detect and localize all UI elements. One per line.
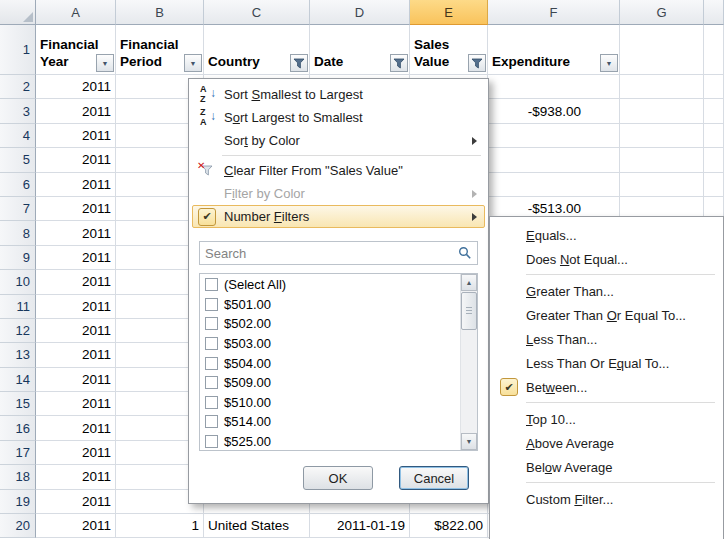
- menu-item-clear-filter[interactable]: ✕ Clear Filter From "Sales Value": [192, 159, 485, 182]
- listbox-scrollbar[interactable]: ▲ ▼: [460, 274, 477, 450]
- filter-value-item[interactable]: $525.00: [200, 432, 460, 451]
- cell-year[interactable]: 2011: [36, 75, 116, 99]
- row-header[interactable]: 17: [0, 441, 36, 465]
- cell-year[interactable]: 2011: [36, 392, 116, 416]
- cell-empty[interactable]: [620, 75, 704, 99]
- menu-item-sort-largest-to-smallest[interactable]: Z A ↓ Sort Largest to Smallest: [192, 106, 485, 129]
- search-input[interactable]: [205, 246, 458, 261]
- checkbox[interactable]: [205, 396, 218, 409]
- column-header-f[interactable]: F: [488, 0, 620, 25]
- row-header[interactable]: 7: [0, 197, 36, 221]
- checkbox[interactable]: [205, 357, 218, 370]
- row-header[interactable]: 18: [0, 465, 36, 489]
- cell-expenditure[interactable]: [488, 124, 620, 148]
- row-header[interactable]: 3: [0, 99, 36, 123]
- row-header[interactable]: 12: [0, 319, 36, 343]
- submenu-item-above-average[interactable]: Above Average: [490, 431, 723, 455]
- cancel-button[interactable]: Cancel: [399, 466, 469, 490]
- cell-year[interactable]: 2011: [36, 99, 116, 123]
- checkbox[interactable]: [205, 435, 218, 448]
- cell-year[interactable]: 2011: [36, 124, 116, 148]
- cell-d1-date[interactable]: Date: [310, 25, 410, 75]
- cell-year[interactable]: 2011: [36, 173, 116, 197]
- cell-period[interactable]: 1: [116, 514, 204, 538]
- menu-item-sort-by-color[interactable]: Sort by Color: [192, 129, 485, 152]
- cell-year[interactable]: 2011: [36, 465, 116, 489]
- cell-country[interactable]: United States: [204, 514, 310, 538]
- filter-dropdown-button-date[interactable]: [390, 54, 408, 72]
- cell-empty[interactable]: [620, 173, 704, 197]
- submenu-item-below-average[interactable]: Below Average: [490, 455, 723, 479]
- cell-expenditure[interactable]: [488, 148, 620, 172]
- cell-year[interactable]: 2011: [36, 343, 116, 367]
- filter-dropdown-button-sales-value[interactable]: [468, 54, 486, 72]
- submenu-item-between[interactable]: ✔ Between...: [490, 375, 723, 399]
- column-header-b[interactable]: B: [116, 0, 204, 25]
- scrollbar-thumb[interactable]: [461, 292, 477, 330]
- column-header-g[interactable]: G: [620, 0, 704, 25]
- column-header-a[interactable]: A: [36, 0, 116, 25]
- checkbox[interactable]: [205, 298, 218, 311]
- filter-value-item[interactable]: (Select All): [200, 275, 460, 295]
- cell-year[interactable]: 2011: [36, 221, 116, 245]
- filter-value-item[interactable]: $509.00: [200, 373, 460, 393]
- cell-c1-country[interactable]: Country: [204, 25, 310, 75]
- cell-year[interactable]: 2011: [36, 148, 116, 172]
- cell-g1[interactable]: [620, 25, 704, 75]
- filter-value-item[interactable]: $503.00: [200, 334, 460, 354]
- checkbox[interactable]: [205, 337, 218, 350]
- submenu-item-greater-than[interactable]: Greater Than...: [490, 279, 723, 303]
- cell-year[interactable]: 2011: [36, 197, 116, 221]
- submenu-item-less-than[interactable]: Less Than...: [490, 327, 723, 351]
- cell-year[interactable]: 2011: [36, 295, 116, 319]
- cell-expenditure[interactable]: -$938.00: [488, 99, 620, 123]
- cell-b1-financial-period[interactable]: FinancialPeriod ▼: [116, 25, 204, 75]
- cell-year[interactable]: 2011: [36, 270, 116, 294]
- row-header[interactable]: 15: [0, 392, 36, 416]
- select-all-corner[interactable]: [0, 0, 36, 25]
- row-header[interactable]: 2: [0, 75, 36, 99]
- ok-button[interactable]: OK: [303, 466, 373, 490]
- cell-year[interactable]: 2011: [36, 490, 116, 514]
- row-header[interactable]: 16: [0, 416, 36, 440]
- cell-expenditure[interactable]: [488, 173, 620, 197]
- cell-e1-sales-value[interactable]: SalesValue: [410, 25, 488, 75]
- submenu-item-less-than-or-equal[interactable]: Less Than Or Equal To...: [490, 351, 723, 375]
- filter-value-item[interactable]: $504.00: [200, 353, 460, 373]
- menu-item-sort-smallest-to-largest[interactable]: A Z ↓ Sort Smallest to Largest: [192, 83, 485, 106]
- cell-a1-financial-year[interactable]: FinancialYear ▼: [36, 25, 116, 75]
- submenu-item-greater-than-or-equal[interactable]: Greater Than Or Equal To...: [490, 303, 723, 327]
- filter-value-item[interactable]: $510.00: [200, 393, 460, 413]
- scroll-up-button[interactable]: ▲: [461, 274, 477, 291]
- checkbox[interactable]: [205, 415, 218, 428]
- filter-value-item[interactable]: $502.00: [200, 314, 460, 334]
- checkbox[interactable]: [205, 317, 218, 330]
- row-header[interactable]: 14: [0, 368, 36, 392]
- row-header[interactable]: 11: [0, 295, 36, 319]
- row-header[interactable]: 4: [0, 124, 36, 148]
- row-header-1[interactable]: 1: [0, 25, 36, 75]
- cell-empty[interactable]: [620, 124, 704, 148]
- cell-year[interactable]: 2011: [36, 416, 116, 440]
- cell-date[interactable]: 2011-01-19: [310, 514, 410, 538]
- filter-value-item[interactable]: $501.00: [200, 295, 460, 315]
- row-header[interactable]: 9: [0, 246, 36, 270]
- cell-f1-expenditure[interactable]: Expenditure ▼: [488, 25, 620, 75]
- submenu-item-custom-filter[interactable]: Custom Filter...: [490, 487, 723, 511]
- filter-dropdown-button-year[interactable]: ▼: [96, 54, 114, 72]
- checkbox[interactable]: [205, 278, 218, 291]
- row-header[interactable]: 13: [0, 343, 36, 367]
- scroll-down-button[interactable]: ▼: [461, 433, 477, 450]
- menu-item-number-filters[interactable]: ✔ Number Filters: [192, 205, 485, 228]
- cell-year[interactable]: 2011: [36, 441, 116, 465]
- row-header[interactable]: 20: [0, 514, 36, 538]
- row-header[interactable]: 5: [0, 148, 36, 172]
- row-header[interactable]: 8: [0, 221, 36, 245]
- submenu-item-equals[interactable]: Equals...: [490, 223, 723, 247]
- cell-empty[interactable]: [620, 148, 704, 172]
- cell-sales-value[interactable]: $822.00: [410, 514, 488, 538]
- submenu-item-does-not-equal[interactable]: Does Not Equal...: [490, 247, 723, 271]
- cell-year[interactable]: 2011: [36, 246, 116, 270]
- cell-year[interactable]: 2011: [36, 319, 116, 343]
- row-header[interactable]: 10: [0, 270, 36, 294]
